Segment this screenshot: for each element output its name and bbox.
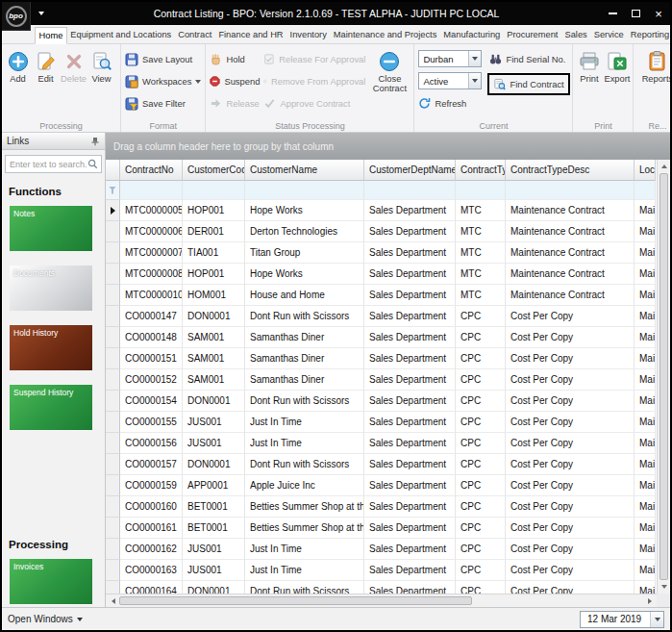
filter-cell-contracttypedesc[interactable] xyxy=(506,181,635,200)
table-row[interactable]: CO0000154DON0001Dont Run with ScissorsSa… xyxy=(106,391,656,412)
open-windows-button[interactable]: Open Windows xyxy=(8,614,83,624)
tab-service[interactable]: Service xyxy=(590,27,627,43)
filter-cell-contracttype[interactable] xyxy=(456,181,506,200)
delete-button[interactable]: Delete xyxy=(60,47,87,85)
row-indicator xyxy=(106,412,120,433)
scroll-left-button[interactable] xyxy=(106,594,119,607)
table-row[interactable]: CO0000147DON0001Dont Run with ScissorsSa… xyxy=(106,306,656,327)
sidebar-tile-notes[interactable]: Notes xyxy=(10,206,92,251)
vertical-scroll-thumb[interactable] xyxy=(660,173,668,580)
close-contract-button[interactable]: Close Contract xyxy=(367,47,411,114)
remove-from-approval-button[interactable]: Remove From Approval xyxy=(261,70,367,92)
table-row[interactable]: CO0000148SAM001Samanthas DinerSales Depa… xyxy=(106,327,656,348)
quick-access-arrow-icon[interactable] xyxy=(38,12,44,18)
find-serial-button[interactable]: Find Serial No. xyxy=(487,48,570,70)
save-filter-button[interactable]: Save Filter xyxy=(123,92,203,114)
suspend-icon xyxy=(210,75,220,88)
column-header-customercode[interactable]: CustomerCode xyxy=(183,160,245,181)
tab-procurement[interactable]: Procurement xyxy=(504,27,561,43)
status-select[interactable]: Active xyxy=(418,72,482,89)
find-contract-button[interactable]: Find Contract xyxy=(491,75,566,93)
branch-select[interactable]: Durban xyxy=(418,50,482,67)
open-windows-label: Open Windows xyxy=(8,614,73,624)
filter-cell-contractno[interactable] xyxy=(120,181,183,200)
column-header-contracttypedesc[interactable]: ContractTypeDesc xyxy=(506,160,635,181)
save-layout-button[interactable]: Save Layout xyxy=(123,48,203,70)
table-row[interactable]: MTC0000010HOM001House and HomeSales Depa… xyxy=(106,285,656,306)
add-button[interactable]: Add xyxy=(4,47,32,85)
branch-select-arrow[interactable] xyxy=(468,51,481,66)
grid-cell: CO0000151 xyxy=(120,348,183,369)
table-row[interactable]: CO0000151SAM001Samanthas DinerSales Depa… xyxy=(106,348,656,369)
table-row[interactable]: CO0000156JUS001Just In TimeSales Departm… xyxy=(106,433,656,454)
status-select-arrow[interactable] xyxy=(468,73,481,88)
vertical-scrollbar[interactable] xyxy=(657,160,670,594)
refresh-button[interactable]: Refresh xyxy=(416,92,487,114)
suspend-button[interactable]: Suspend xyxy=(208,70,261,92)
hold-button[interactable]: Hold xyxy=(208,48,261,70)
table-row[interactable]: MTC0000005HOP001Hope WorksSales Departme… xyxy=(106,200,656,221)
group-by-panel[interactable]: Drag a column header here to group by th… xyxy=(106,133,670,160)
search-icon[interactable] xyxy=(87,159,98,169)
filter-cell-customercode[interactable] xyxy=(183,181,245,200)
sidebar-tile-documents[interactable]: Documents xyxy=(10,265,92,311)
table-row[interactable]: CO0000164DON0001Dont Run with ScissorsSa… xyxy=(106,581,656,594)
column-header-customername[interactable]: CustomerName xyxy=(245,160,364,181)
tab-sales[interactable]: Sales xyxy=(561,27,590,43)
table-row[interactable]: CO0000152SAM001Samanthas DinerSales Depa… xyxy=(106,369,656,391)
date-dropdown-button[interactable] xyxy=(650,612,663,627)
search-input[interactable] xyxy=(6,160,87,169)
table-row[interactable]: CO0000159APP0001Apple Juice IncSales Dep… xyxy=(106,475,656,496)
tab-manufacturing[interactable]: Manufacturing xyxy=(440,27,504,43)
horizontal-scroll-thumb[interactable] xyxy=(119,596,472,605)
table-row[interactable]: CO0000162JUS001Just In TimeSales Departm… xyxy=(106,539,656,560)
close-button[interactable]: × xyxy=(647,2,670,25)
sidebar-tile-suspend-history[interactable]: Suspend History xyxy=(10,385,92,430)
row-indicator xyxy=(106,221,120,242)
filter-cell-locatio[interactable] xyxy=(635,181,656,200)
release-for-approval-button[interactable]: Release For Approval xyxy=(261,48,367,70)
minimize-button[interactable] xyxy=(601,2,624,25)
tab-contract[interactable]: Contract xyxy=(175,27,215,43)
column-header-contracttype[interactable]: ContractType xyxy=(456,160,506,181)
date-picker[interactable]: 12 Mar 2019 xyxy=(580,611,664,628)
table-row[interactable]: MTC0000006DER001Derton TechnologiesSales… xyxy=(106,221,656,242)
print-button[interactable]: Print xyxy=(575,47,603,85)
tab-reporting[interactable]: Reporting xyxy=(627,27,672,43)
grid-cell: MTC xyxy=(456,242,506,264)
tab-equipment-and-locations[interactable]: Equipment and Locations xyxy=(67,27,175,43)
tab-inventory[interactable]: Inventory xyxy=(286,27,330,43)
filter-cell-customername[interactable] xyxy=(245,181,364,200)
release-button[interactable]: Release xyxy=(208,92,261,114)
export-button[interactable]: Export xyxy=(603,47,631,85)
filter-cell-customerdeptname[interactable] xyxy=(364,181,456,200)
scroll-down-button[interactable] xyxy=(658,581,671,594)
approve-contract-button[interactable]: Approve Contract xyxy=(261,92,367,114)
scroll-up-button[interactable] xyxy=(658,160,671,172)
sidebar-tile-hold-history[interactable]: Hold History xyxy=(10,325,92,370)
grid-body: MTC0000005HOP001Hope WorksSales Departme… xyxy=(106,200,656,594)
table-row[interactable]: MTC0000007TIA001Titan GroupSales Departm… xyxy=(106,242,656,264)
table-row[interactable]: CO0000160BET0001Betties Summer Shop at t… xyxy=(106,496,656,518)
table-row[interactable]: CO0000157DON0001Dont Run with ScissorsSa… xyxy=(106,454,656,475)
column-header-locatio[interactable]: Locatio xyxy=(635,160,656,181)
scroll-right-button[interactable] xyxy=(643,594,657,607)
column-header-contractno[interactable]: ContractNo xyxy=(120,160,183,181)
tab-home[interactable]: Home xyxy=(35,27,67,44)
reports-button[interactable]: Reports xyxy=(638,47,672,85)
table-row[interactable]: CO0000155JUS001Just In TimeSales Departm… xyxy=(106,412,656,433)
table-row[interactable]: CO0000163JUS001Just In TimeSales Departm… xyxy=(106,560,656,581)
maximize-button[interactable] xyxy=(624,2,647,25)
date-value: 12 Mar 2019 xyxy=(581,614,650,624)
edit-button[interactable]: Edit xyxy=(32,47,60,85)
pin-icon[interactable] xyxy=(90,137,100,146)
workspaces-button[interactable]: Workspaces xyxy=(123,70,203,92)
table-row[interactable]: MTC0000008HOP001Hope WorksSales Departme… xyxy=(106,264,656,285)
tab-maintenance-and-projects[interactable]: Maintenance and Projects xyxy=(330,27,440,43)
view-button[interactable]: View xyxy=(87,47,115,85)
sidebar-tile-invoices[interactable]: Invoices xyxy=(10,559,92,604)
table-row[interactable]: CO0000161BET0001Betties Summer Shop at t… xyxy=(106,518,656,539)
tab-finance-and-hr[interactable]: Finance and HR xyxy=(215,27,286,43)
horizontal-scrollbar[interactable] xyxy=(106,594,657,607)
column-header-customerdeptname[interactable]: CustomerDeptName xyxy=(364,160,456,181)
